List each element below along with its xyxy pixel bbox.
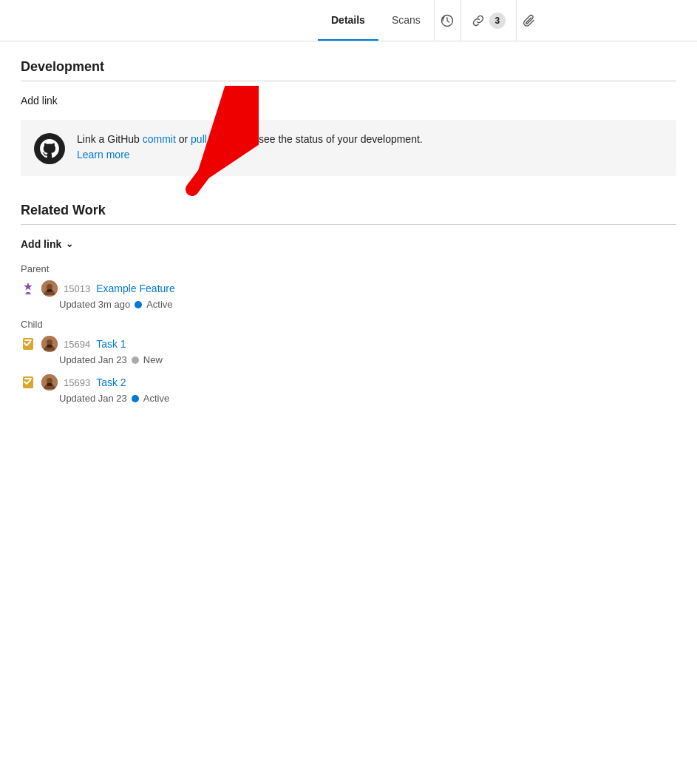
tab-bar: Details Scans 3 [0,0,697,41]
wi-meta-15694: Updated Jan 23 New [59,354,676,365]
related-work-heading: Related Work [21,203,676,218]
svg-rect-10 [24,339,32,341]
github-logo-icon [34,133,65,164]
svg-rect-18 [47,383,52,386]
work-item-15694: 15694 Task 1 Updated Jan 23 New [21,336,676,365]
svg-rect-13 [47,345,52,348]
svg-point-7 [47,284,52,290]
development-section: Development Add link Link a GitHub commi… [21,59,676,176]
tab-details[interactable]: Details [318,0,378,41]
svg-rect-4 [27,292,30,294]
wi-title-15013[interactable]: Example Feature [96,283,175,294]
github-info-box: Link a GitHub commit or pull request to … [21,120,676,176]
wi-title-15693[interactable]: Task 2 [96,376,126,388]
status-dot-15693 [132,395,139,402]
svg-rect-8 [47,289,52,292]
avatar-15013 [41,280,58,297]
related-work-add-link-button[interactable]: Add link ⌄ [21,235,73,253]
development-heading: Development [21,59,676,75]
tab-history-icon[interactable] [434,0,460,41]
wi-id-15013: 15013 [64,283,90,294]
tab-scans[interactable]: Scans [378,0,434,41]
related-work-divider [21,224,676,225]
svg-point-3 [34,133,65,164]
svg-rect-5 [26,294,31,295]
chevron-down-icon: ⌄ [66,239,73,249]
feature-icon [21,281,35,296]
github-learn-more-link[interactable]: Learn more [77,149,130,160]
github-pullrequest-link[interactable]: pull request [191,133,244,145]
main-content: Development Add link Link a GitHub commi… [0,41,697,430]
tab-links-badge[interactable]: 3 [460,0,516,41]
github-commit-link[interactable]: commit [143,133,176,145]
avatar-15693 [41,374,58,391]
work-item-15013: 15013 Example Feature Updated 3m ago Act… [21,280,676,310]
tab-paperclip-icon[interactable] [516,0,543,41]
wi-meta-15013: Updated 3m ago Active [59,299,676,310]
svg-point-17 [47,378,52,384]
wi-id-15694: 15694 [64,339,90,350]
svg-point-12 [47,339,52,345]
wi-id-15693: 15693 [64,377,90,388]
links-count-badge: 3 [489,13,506,29]
svg-rect-15 [24,378,32,379]
task-icon-15693 [21,375,35,390]
status-dot-15694 [132,356,139,364]
status-dot-15013 [135,301,142,308]
work-item-15693: 15693 Task 2 Updated Jan 23 Active [21,374,676,404]
task-icon-15694 [21,337,35,351]
avatar-15694 [41,336,58,352]
development-add-link-button[interactable]: Add link [21,92,58,109]
wi-meta-15693: Updated Jan 23 Active [59,393,676,404]
child-label: Child [21,319,676,330]
development-divider [21,81,676,81]
related-work-section: Related Work Add link ⌄ Parent [21,203,676,404]
wi-title-15694[interactable]: Task 1 [96,338,126,350]
github-info-text: Link a GitHub commit or pull request to … [77,132,423,163]
parent-label: Parent [21,263,676,274]
